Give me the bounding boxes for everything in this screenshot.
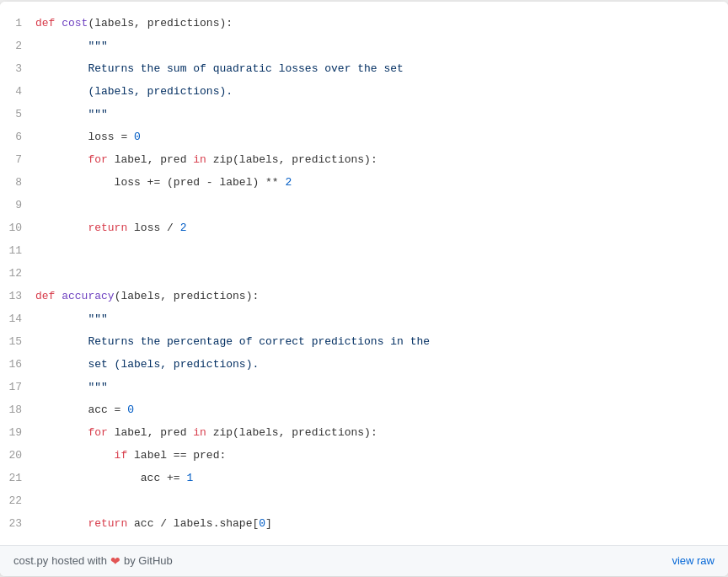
line-number: 10: [0, 216, 35, 239]
code-line: 8 loss += (pred - label) ** 2: [0, 171, 728, 194]
line-content: loss += (pred - label) ** 2: [35, 171, 292, 194]
line-content: """: [35, 376, 108, 398]
line-number: 12: [0, 262, 35, 285]
token-num: 1: [186, 472, 193, 484]
line-number: 6: [0, 126, 35, 148]
line-number: 17: [0, 376, 35, 398]
token-str: """: [35, 40, 108, 52]
line-content: """: [35, 103, 108, 126]
line-content: acc += 1: [35, 467, 193, 489]
token-plain: (labels, predictions):: [115, 290, 260, 302]
line-number: 2: [0, 35, 35, 57]
token-str: set (labels, predictions).: [35, 358, 259, 371]
code-line: 16 set (labels, predictions).: [0, 353, 728, 376]
token-plain: loss =: [35, 131, 134, 143]
token-str: """: [35, 313, 108, 325]
code-line: 13def accuracy(labels, predictions):: [0, 285, 728, 307]
line-content: return acc / labels.shape[0]: [35, 512, 272, 535]
line-number: 5: [0, 103, 35, 126]
line-number: 22: [0, 489, 35, 512]
line-number: 9: [0, 194, 35, 216]
footer-left: cost.py hosted with ❤ by GitHub: [13, 554, 173, 568]
code-line: 14 """: [0, 307, 728, 330]
line-content: Returns the sum of quadratic losses over…: [35, 57, 404, 80]
code-line: 1def cost(labels, predictions):: [0, 12, 728, 35]
token-kw: for: [35, 426, 115, 439]
line-number: 18: [0, 398, 35, 421]
line-content: acc = 0: [35, 398, 134, 421]
by-text: by GitHub: [124, 554, 173, 567]
line-content: for label, pred in zip(labels, predictio…: [35, 421, 377, 444]
code-line: 18 acc = 0: [0, 398, 728, 421]
token-plain: acc / labels.shape[: [134, 517, 259, 530]
line-number: 11: [0, 239, 35, 262]
token-str: """: [35, 108, 108, 120]
code-line: 17 """: [0, 376, 728, 398]
code-line: 23 return acc / labels.shape[0]: [0, 512, 728, 535]
token-kw: return: [35, 222, 134, 234]
line-content: [35, 262, 42, 285]
line-number: 15: [0, 330, 35, 353]
line-number: 4: [0, 80, 35, 103]
line-content: Returns the percentage of correct predic…: [35, 330, 430, 353]
token-num: 2: [180, 222, 187, 234]
line-content: if label == pred:: [35, 444, 226, 467]
token-str: Returns the sum of quadratic losses over…: [35, 62, 404, 75]
line-number: 7: [0, 148, 35, 171]
token-plain: label, pred: [115, 426, 194, 439]
line-number: 3: [0, 57, 35, 80]
code-body: 1def cost(labels, predictions):2 """3 Re…: [0, 2, 728, 545]
view-raw-link[interactable]: view raw: [672, 554, 715, 567]
code-line: 3 Returns the sum of quadratic losses ov…: [0, 57, 728, 80]
filename: cost.py: [13, 554, 48, 567]
token-num: 0: [259, 517, 265, 530]
code-line: 2 """: [0, 35, 728, 57]
token-str: """: [35, 381, 108, 393]
heart-icon: ❤: [110, 554, 120, 568]
line-number: 14: [0, 307, 35, 330]
token-kw: for: [35, 153, 115, 166]
token-plain: acc +=: [35, 472, 186, 484]
token-kw: in: [193, 153, 212, 166]
line-content: def accuracy(labels, predictions):: [35, 285, 259, 307]
line-content: [35, 194, 42, 216]
token-num: 0: [134, 131, 141, 143]
code-line: 6 loss = 0: [0, 126, 728, 148]
line-number: 1: [0, 12, 35, 35]
token-func: accuracy: [62, 290, 114, 302]
token-kw: def: [35, 17, 62, 29]
token-plain: loss += (pred - label) **: [35, 176, 285, 189]
line-content: [35, 489, 42, 512]
token-plain: acc =: [35, 403, 127, 416]
code-line: 19 for label, pred in zip(labels, predic…: [0, 421, 728, 444]
line-content: loss = 0: [35, 126, 141, 148]
code-line: 5 """: [0, 103, 728, 126]
token-str: (labels, predictions).: [35, 85, 233, 98]
line-number: 21: [0, 467, 35, 489]
token-plain: zip(labels, predictions):: [213, 426, 377, 439]
code-line: 11: [0, 239, 728, 262]
code-footer: cost.py hosted with ❤ by GitHub view raw: [0, 545, 728, 576]
token-plain: label, pred: [115, 153, 194, 166]
line-content: [35, 239, 42, 262]
line-content: (labels, predictions).: [35, 80, 233, 103]
token-plain: zip(labels, predictions):: [213, 153, 377, 166]
token-num: 0: [127, 403, 134, 416]
token-kw: def: [35, 290, 62, 302]
code-line: 22: [0, 489, 728, 512]
token-str: Returns the percentage of correct predic…: [35, 335, 430, 348]
line-content: return loss / 2: [35, 216, 186, 239]
code-container: 1def cost(labels, predictions):2 """3 Re…: [0, 2, 728, 576]
line-content: """: [35, 35, 108, 57]
line-number: 8: [0, 171, 35, 194]
token-kw: if: [35, 449, 134, 462]
code-line: 10 return loss / 2: [0, 216, 728, 239]
line-content: def cost(labels, predictions):: [35, 12, 233, 35]
code-line: 12: [0, 262, 728, 285]
code-line: 7 for label, pred in zip(labels, predict…: [0, 148, 728, 171]
token-plain: ]: [265, 517, 272, 530]
hosted-text: hosted with: [51, 554, 107, 567]
line-number: 16: [0, 353, 35, 376]
line-content: set (labels, predictions).: [35, 353, 259, 376]
code-line: 20 if label == pred:: [0, 444, 728, 467]
